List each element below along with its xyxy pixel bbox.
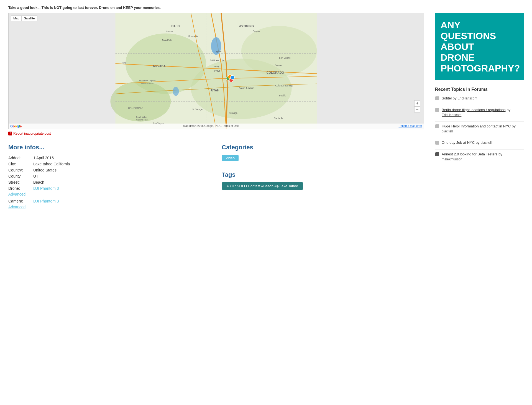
svg-text:Santa Fe: Santa Fe xyxy=(274,117,283,120)
advanced-link-1[interactable]: Advanced xyxy=(8,192,211,196)
video-badge[interactable]: Video xyxy=(222,155,239,161)
zoom-out-button[interactable]: − xyxy=(414,106,420,112)
svg-text:WYOMING: WYOMING xyxy=(239,24,254,28)
info-row-added: Added: 1 April 2016 xyxy=(8,155,211,161)
info-cats-row: More infos... Added: 1 April 2016 City: … xyxy=(8,144,424,211)
topic-icon-4 xyxy=(435,140,439,145)
topic-title-3[interactable]: Huge Help! Information and contact in NY… xyxy=(442,124,511,128)
svg-text:Denver: Denver xyxy=(275,64,282,67)
value-camera[interactable]: DJI Phantom 3 xyxy=(33,198,211,204)
right-column: ANY QUESTIONS ABOUT DRONE PHOTOGRAPHY? R… xyxy=(435,13,524,166)
topic-icon-5 xyxy=(435,152,439,157)
info-row-camera: Camera: DJI Phantom 3 xyxy=(8,198,211,204)
label-drone: Drone: xyxy=(8,185,33,191)
satellite-view-button[interactable]: Satellite xyxy=(21,16,37,21)
svg-text:Salt Lake City: Salt Lake City xyxy=(210,59,224,62)
topic-by-1: by xyxy=(453,96,457,100)
zoom-in-button[interactable]: + xyxy=(414,100,420,106)
topic-title-2[interactable]: Berlin drone flight locations / regulati… xyxy=(442,108,506,112)
map-data-text: Map data ©2016 Google, INEG Terms of Use xyxy=(183,124,239,128)
topic-by-4: by xyxy=(476,140,480,145)
svg-text:National Park: National Park xyxy=(136,119,148,121)
more-infos-section: More infos... Added: 1 April 2016 City: … xyxy=(8,144,211,211)
map-view-button[interactable]: Map xyxy=(11,16,21,21)
advanced-link-2[interactable]: Advanced xyxy=(8,205,211,209)
svg-text:IDAHO: IDAHO xyxy=(171,25,180,28)
categories-section: Categories Video xyxy=(222,144,424,167)
label-city: City: xyxy=(8,161,33,167)
svg-point-13 xyxy=(231,75,235,80)
divider-1 xyxy=(435,105,524,105)
value-country: United States xyxy=(33,167,211,173)
info-row-street: Street: Beach xyxy=(8,179,211,185)
topic-item-1: Sofitel by EricHanscom xyxy=(435,96,524,101)
recent-topics-heading: Recent Topics in Forums xyxy=(435,87,524,92)
svg-text:CALIFORNIA: CALIFORNIA xyxy=(128,107,143,109)
forum-icon-1 xyxy=(435,96,439,100)
info-row-drone: Drone: DJI Phantom 3 xyxy=(8,185,211,191)
forum-icon-5 xyxy=(435,152,439,156)
value-street: Beach xyxy=(33,179,211,185)
topic-icon-3 xyxy=(435,124,439,129)
map-controls: Map Satellite xyxy=(11,16,37,21)
svg-text:National Forest: National Forest xyxy=(140,82,154,85)
topic-author-3[interactable]: piacitelli xyxy=(442,129,454,133)
topic-author-4[interactable]: piacitelli xyxy=(480,141,492,145)
label-street: Street: xyxy=(8,179,33,185)
topic-author-5[interactable]: malekmurison xyxy=(442,157,462,161)
svg-text:Humboldt-Toiyabe: Humboldt-Toiyabe xyxy=(139,79,155,82)
info-row-country: Country: United States xyxy=(8,167,211,173)
label-county: County: xyxy=(8,173,33,179)
topic-author-2[interactable]: EricHanscom xyxy=(442,113,461,117)
svg-text:Pocatello: Pocatello xyxy=(188,35,198,38)
topic-icon-1 xyxy=(435,96,439,101)
promo-heading: ANY QUESTIONS ABOUT DRONE PHOTOGRAPHY? xyxy=(441,20,518,74)
svg-text:UTAH: UTAH xyxy=(211,89,219,92)
topic-by-5: by xyxy=(498,152,502,156)
topic-author-1[interactable]: EricHanscom xyxy=(457,96,477,100)
info-table: Added: 1 April 2016 City: Lake tahoe Cal… xyxy=(8,155,211,191)
topic-text-4: One day Job at NYC by piacitelli xyxy=(442,140,492,145)
tags-heading: Tags xyxy=(222,171,424,178)
svg-text:Nampa: Nampa xyxy=(166,30,173,33)
value-added: 1 April 2016 xyxy=(33,155,211,161)
topic-item-4: One day Job at NYC by piacitelli xyxy=(435,140,524,145)
svg-text:COLORADO: COLORADO xyxy=(267,71,284,74)
categories-tags-section: Categories Video Tags #3DR SOLO Contest … xyxy=(222,144,424,190)
top-notice: Take a good look... This is NOT going to… xyxy=(8,6,524,10)
left-column: Map Satellite xyxy=(8,13,424,211)
svg-text:reno: reno xyxy=(122,62,126,64)
topic-title-5[interactable]: Airnest 2.0 looking for Beta Testers xyxy=(442,152,497,156)
google-logo: Googled xyxy=(10,124,23,128)
topic-by-3: by xyxy=(512,124,516,128)
svg-point-9 xyxy=(173,87,179,96)
map-zoom-controls: + − xyxy=(414,100,420,112)
tags-section: Tags #3DR SOLO Contest #Beach #$ Lake Ta… xyxy=(222,171,424,190)
value-county: UT xyxy=(33,173,211,179)
svg-text:NEVADA: NEVADA xyxy=(153,65,166,68)
value-city: Lake tahoe California xyxy=(33,161,211,167)
info-row-city: City: Lake tahoe California xyxy=(8,161,211,167)
svg-text:Pueblo: Pueblo xyxy=(279,94,286,97)
label-added: Added: xyxy=(8,155,33,161)
topic-title-4[interactable]: One day Job at NYC xyxy=(442,140,475,145)
value-drone[interactable]: DJI Phantom 3 xyxy=(33,185,211,191)
svg-text:Death Valley: Death Valley xyxy=(136,116,147,118)
info-row-county: County: UT xyxy=(8,173,211,179)
map-svg: NEVADA UTAH COLORADO WYOMING IDAHO CALIF… xyxy=(9,13,424,129)
svg-text:Ogden: Ogden xyxy=(215,50,222,53)
divider-2 xyxy=(435,121,524,122)
report-map-link[interactable]: Report a map error xyxy=(399,124,422,128)
tags-badge[interactable]: #3DR SOLO Contest #Beach #$ Lake Tahoe xyxy=(222,182,303,190)
map-container: Map Satellite xyxy=(8,13,424,129)
topic-item-5: Airnest 2.0 looking for Beta Testers by … xyxy=(435,152,524,162)
forum-icon-3 xyxy=(435,124,439,128)
svg-text:Provo: Provo xyxy=(214,70,221,72)
recent-topics-section: Recent Topics in Forums Sofitel by EricH… xyxy=(435,87,524,162)
svg-text:Colorado Springs: Colorado Springs xyxy=(275,84,293,87)
svg-text:Fort Collins: Fort Collins xyxy=(279,57,290,59)
topic-title-1[interactable]: Sofitel xyxy=(442,96,452,100)
report-post-link[interactable]: Report inappropriate post xyxy=(13,132,51,135)
forum-icon-4 xyxy=(435,141,439,145)
svg-text:Twin Falls: Twin Falls xyxy=(162,39,172,42)
